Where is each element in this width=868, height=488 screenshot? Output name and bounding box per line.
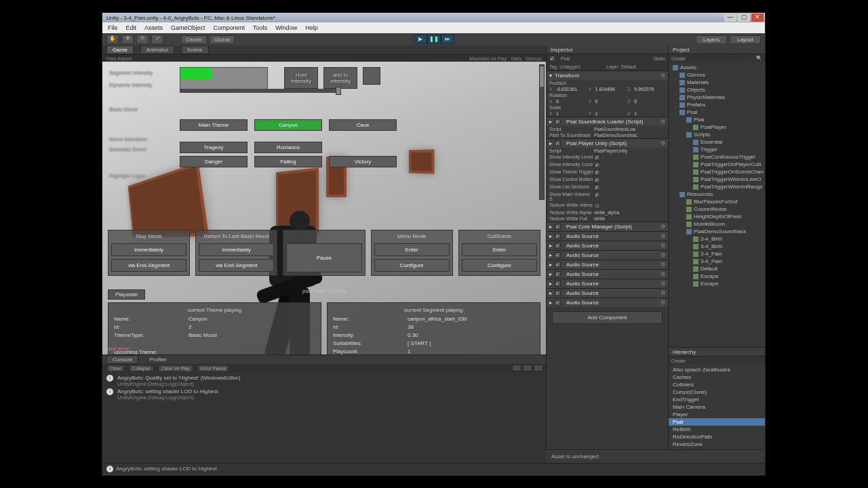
hierarchy-item[interactable]: Psai [669,418,765,426]
gizmos-toggle[interactable]: Gizmos [526,56,542,61]
menu-gameobject[interactable]: GameObject [171,24,205,31]
tab-scene[interactable]: Scene [181,45,209,54]
scale-tool-icon[interactable]: ⤢ [151,35,163,44]
intensity-slider[interactable] [180,89,341,93]
hierarchy-item[interactable]: Player [669,411,765,418]
menu-edit[interactable]: Edit [126,24,137,31]
gear-icon[interactable]: ⚙ [660,262,665,268]
return-endsegment-button[interactable]: via End-Segment [199,259,274,272]
playstate-tab[interactable]: Playstate [108,289,145,300]
tree-item[interactable]: PsaiDemoSoundtrack [669,228,765,235]
tab-profiler[interactable]: Profiler [144,356,172,363]
tree-item[interactable]: Essential [669,138,765,146]
stop-endsegment-button[interactable]: via End-Segment [111,259,186,272]
error-filter-icon[interactable] [534,365,543,371]
tree-item[interactable]: PsaiTriggerOnPlayerColli [669,161,765,168]
tree-item[interactable]: 3-4_Birth [669,235,765,243]
component-enabled-checkbox[interactable]: ✓ [555,290,561,296]
tree-item[interactable]: Assets [669,64,765,71]
menu-window[interactable]: Window [275,24,297,31]
tree-item[interactable]: Default [669,265,765,272]
tab-project[interactable]: Project [673,47,690,53]
gear-icon[interactable]: ⚙ [660,233,665,239]
log-entry[interactable]: i AngryBots: Quality set to 'Highest' (W… [106,375,542,387]
gear-icon[interactable]: ⚙ [660,73,665,79]
theme-canyon[interactable]: Canyon [254,119,322,131]
cutscene-enter-button[interactable]: Enter [462,243,537,256]
gear-icon[interactable]: ⚙ [660,243,665,249]
property-checkbox[interactable]: ✓ [594,184,600,190]
hierarchy-item[interactable]: ReBirth [669,426,765,433]
stats-toggle[interactable]: Stats [511,56,521,61]
menu-tools[interactable]: Tools [253,24,267,31]
gear-icon[interactable]: ⚙ [660,290,665,296]
theme-main[interactable]: Main Theme [180,119,248,131]
console-clearonplay[interactable]: Clear on Play [158,365,193,372]
pause-button[interactable]: ❚❚ [427,35,441,44]
maximize-on-play[interactable]: Maximize on Play [469,56,507,61]
tree-item[interactable]: 3-4_Pain [669,250,765,258]
menu-help[interactable]: Help [305,24,318,31]
hierarchy-item[interactable]: ReverbZone [669,441,765,448]
intensity-extra-button[interactable] [363,67,380,85]
tree-item[interactable]: Materials [669,79,765,86]
mood-tragedy[interactable]: Tragedy [180,142,248,153]
hand-tool-icon[interactable]: ✋ [106,35,119,44]
component-enabled-checkbox[interactable]: ✓ [555,300,561,306]
pivot-toggle[interactable]: Center [181,35,207,44]
layers-dropdown[interactable]: Layers [696,35,727,44]
property-checkbox[interactable]: ✓ [594,192,600,198]
menu-component[interactable]: Component [214,24,245,31]
add-intensity-button[interactable]: add to Intensity [323,67,357,89]
gameobject-name-field[interactable]: Psai [561,56,650,61]
layout-dropdown[interactable]: Layout [730,35,761,44]
property-value[interactable]: PsaiSoundtrackLoa [594,127,635,131]
cutscene-configure-button[interactable]: Configure [462,259,537,272]
console-collapse[interactable]: Collapse [129,365,154,372]
tree-item[interactable]: PsaiTriggerOnSceneChan [669,168,765,176]
property-value[interactable]: PsaiDemoSoundtrac [594,133,637,138]
project-tree[interactable]: AssetsGizmosMaterialsObjectsPhysicMateri… [669,62,765,347]
rotate-tool-icon[interactable]: ⟳ [136,35,149,44]
menu-file[interactable]: File [108,24,118,31]
component-enabled-checkbox[interactable]: ✓ [555,119,561,125]
component-enabled-checkbox[interactable]: ✓ [555,224,561,230]
tree-item[interactable]: Gizmos [669,71,765,79]
layer-dropdown[interactable]: Default [621,64,665,69]
maximize-button[interactable]: ▢ [738,14,750,22]
tree-item[interactable]: Psai [669,108,765,116]
console-errorpause[interactable]: Error Pause [197,365,229,372]
hierarchy-create-dropdown[interactable]: Create [671,359,686,363]
tree-item[interactable]: Escape [669,272,765,280]
minimize-button[interactable]: — [724,14,736,22]
property-value[interactable]: PsaiPlayerUnity [594,148,627,153]
hierarchy-item[interactable]: EndTrigger [669,396,765,403]
property-checkbox[interactable]: ✓ [594,169,600,176]
menumode-configure-button[interactable]: Configure [374,259,450,272]
tree-item[interactable]: 3-4_Pain [669,258,765,265]
move-tool-icon[interactable]: ✥ [121,35,134,44]
tree-item[interactable]: Objects [669,86,765,94]
tab-console[interactable]: Console [106,355,138,364]
theme-cave[interactable]: Cave [329,119,397,131]
aspect-dropdown[interactable]: Free Aspect [106,56,132,61]
project-create-dropdown[interactable]: Create [671,56,686,61]
component-enabled-checkbox[interactable]: ✓ [555,252,561,258]
tag-dropdown[interactable]: Untagged [559,64,604,69]
mood-victory[interactable]: Victory [329,156,397,167]
warning-filter-icon[interactable] [523,365,532,371]
gear-icon[interactable]: ⚙ [660,271,665,277]
tree-item[interactable]: PhysicMaterials [669,94,765,101]
tree-item[interactable]: Psai [669,116,765,123]
stop-immediately-button[interactable]: immediately [111,243,186,256]
hierarchy-item[interactable]: Also sprach Zarathustra [669,366,765,373]
tab-hierarchy[interactable]: Hierarchy [673,349,696,355]
menumode-enter-button[interactable]: Enter [374,243,450,256]
component-enabled-checkbox[interactable]: ✓ [555,281,561,287]
game-view[interactable]: Segment Intensity Hold Intensity add to … [102,62,546,354]
component-enabled-checkbox[interactable]: ✓ [555,262,561,268]
hierarchy-item[interactable]: Caches [669,373,765,381]
hierarchy-item[interactable]: Cursor(Clone) [669,388,765,396]
property-value[interactable]: white_alpha [594,210,619,215]
hierarchy-item[interactable]: Main Camera [669,403,765,411]
